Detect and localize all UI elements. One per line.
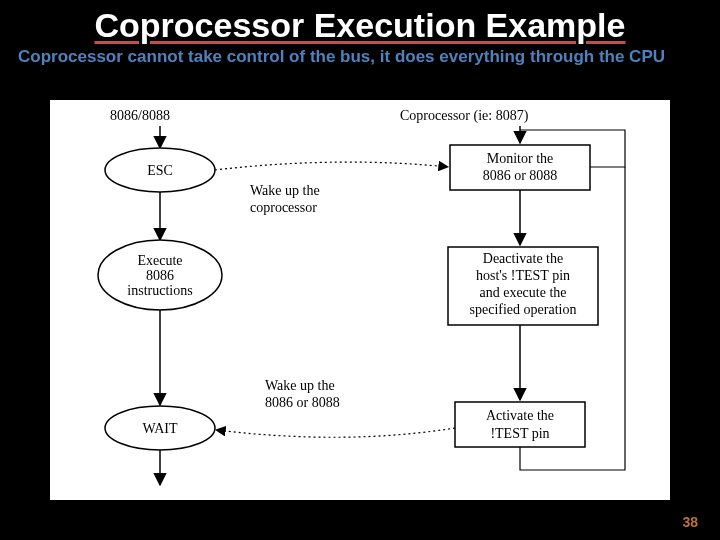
node-deactivate-l3: and execute the bbox=[479, 285, 566, 300]
label-wake-coproc-l2: coprocessor bbox=[250, 200, 317, 215]
diagram-canvas: 8086/8088 Coprocessor (ie: 8087) ESC Exe… bbox=[50, 100, 670, 500]
label-wake-coproc-l1: Wake up the bbox=[250, 183, 320, 198]
node-wait-label: WAIT bbox=[143, 421, 178, 436]
label-wake-cpu-l2: 8086 or 8088 bbox=[265, 395, 340, 410]
node-deactivate-l4: specified operation bbox=[470, 302, 577, 317]
link-wake-coprocessor bbox=[215, 162, 448, 170]
node-execute-l2: 8086 bbox=[146, 268, 174, 283]
node-activate-l1: Activate the bbox=[486, 408, 554, 423]
node-execute-l1: Execute bbox=[137, 253, 182, 268]
left-col-header: 8086/8088 bbox=[110, 108, 170, 123]
node-deactivate-l2: host's !TEST pin bbox=[476, 268, 570, 283]
page-number: 38 bbox=[682, 514, 698, 530]
right-col-header: Coprocessor (ie: 8087) bbox=[400, 108, 529, 124]
node-monitor-l2: 8086 or 8088 bbox=[483, 168, 558, 183]
label-wake-cpu-l1: Wake up the bbox=[265, 378, 335, 393]
link-wake-cpu bbox=[216, 428, 455, 437]
node-monitor-l1: Monitor the bbox=[487, 151, 554, 166]
node-activate-l2: !TEST pin bbox=[490, 426, 549, 441]
slide-subtitle: Coprocessor cannot take control of the b… bbox=[0, 45, 720, 77]
slide-title: Coprocessor Execution Example bbox=[0, 0, 720, 45]
node-esc-label: ESC bbox=[147, 163, 173, 178]
node-execute-l3: instructions bbox=[127, 283, 192, 298]
node-deactivate-l1: Deactivate the bbox=[483, 251, 563, 266]
